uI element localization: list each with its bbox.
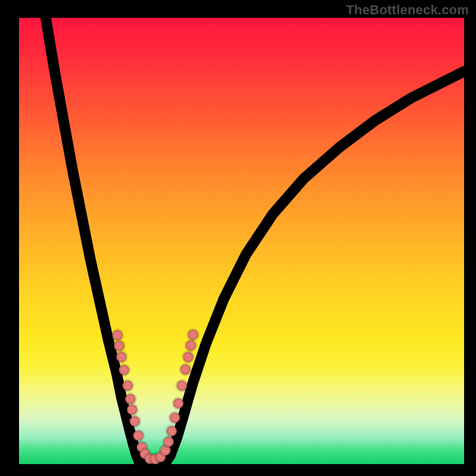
bead-point [112, 330, 123, 340]
bead-point [186, 340, 196, 350]
plot-area [19, 18, 464, 464]
chart-frame: TheBottleneck.com [0, 0, 476, 476]
bead-point [183, 352, 193, 362]
bead-point [180, 364, 190, 374]
bead-point [173, 398, 183, 408]
bead-point [167, 426, 177, 436]
curve-layer [19, 18, 464, 464]
bead-point [114, 341, 124, 351]
bead-point [133, 430, 143, 440]
bead-point [125, 394, 135, 404]
bead-point [116, 352, 126, 362]
bead-point [123, 380, 133, 390]
bead-point [188, 330, 198, 340]
bottleneck-curve [46, 18, 464, 464]
bead-point [170, 412, 180, 422]
bead-point [119, 365, 129, 375]
bead-point [130, 416, 140, 426]
bead-point [127, 405, 137, 415]
watermark-label: TheBottleneck.com [346, 2, 469, 18]
bead-point [164, 437, 174, 447]
bead-point [177, 380, 187, 390]
